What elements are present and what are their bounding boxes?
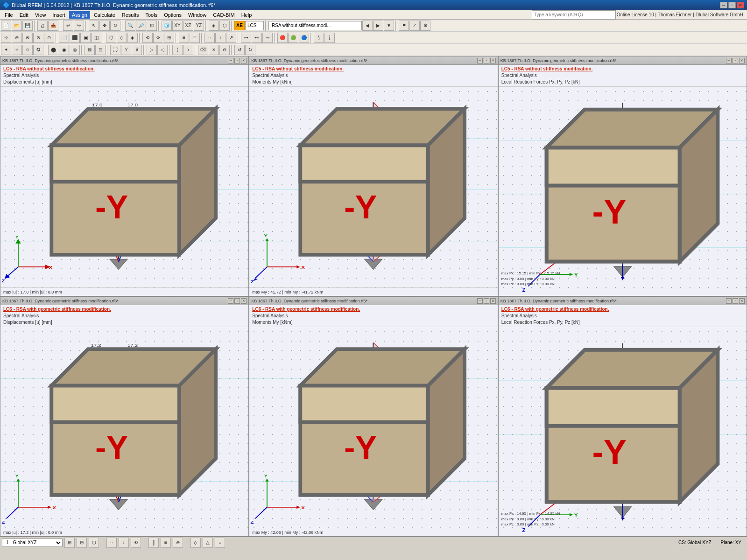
tb2-btn17[interactable]: ≣ (190, 33, 200, 43)
tb3-btn4[interactable]: ✪ (33, 45, 43, 55)
tb2-btn24[interactable]: 🔴 (277, 33, 288, 43)
restore-button[interactable]: ▫ (728, 2, 736, 8)
tb3-btn10[interactable]: ⛶ (110, 45, 120, 55)
panel-2-close[interactable]: ✕ (490, 58, 496, 63)
tb3-btn6[interactable]: ◉ (59, 45, 69, 55)
panel-5-viewport[interactable]: -Y -42.06 -0.x X Y Z (249, 327, 497, 528)
panel-4-minimize[interactable]: ─ (228, 298, 233, 304)
panel-6-controls[interactable]: ─ ▫ ✕ (726, 298, 745, 304)
status-tb4[interactable]: ↔ (106, 538, 117, 548)
title-bar-controls[interactable]: ─ ▫ ✕ (720, 2, 744, 8)
status-tb8[interactable]: ≡ (161, 538, 171, 548)
tb2-btn21[interactable]: ⊶ (241, 33, 251, 43)
move-button[interactable]: ✥ (99, 21, 110, 31)
panel-1-viewport[interactable]: -Y 17.0 17.0 X (0, 87, 248, 287)
panel-2-viewport[interactable]: -Y -41.72 16.72 (249, 87, 497, 287)
tb2-btn14[interactable]: ⟳ (153, 33, 163, 43)
tb2-btn5[interactable]: ⊙ (44, 33, 54, 43)
panel-2-controls[interactable]: ─ ▫ ✕ (477, 58, 496, 63)
tb2-btn8[interactable]: ▣ (80, 33, 91, 43)
menu-file[interactable]: File (2, 11, 16, 19)
status-tb6[interactable]: ⟲ (131, 538, 141, 548)
tb2-btn1[interactable]: ⊹ (1, 33, 11, 43)
tb2-btn23[interactable]: ⊸ (262, 33, 273, 43)
tb3-btn14[interactable]: ◁ (157, 45, 168, 55)
menu-window[interactable]: Window (185, 11, 209, 19)
tb2-btn3[interactable]: ⊗ (22, 33, 33, 43)
lcs-combo[interactable]: LCS (245, 21, 264, 30)
tb2-btn26[interactable]: 🔵 (299, 33, 309, 43)
cs-combo[interactable]: 1 - Global XYZ (2, 539, 63, 547)
tb2-btn16[interactable]: ≡ (179, 33, 189, 43)
zoom-out-button[interactable]: 🔎 (136, 21, 146, 31)
tb2-btn7[interactable]: ⬛ (70, 33, 80, 43)
tb3-btn16[interactable]: ⟩ (183, 45, 193, 55)
close-button[interactable]: ✕ (737, 2, 744, 8)
status-tb1[interactable]: ⊞ (64, 538, 75, 548)
tb2-btn27[interactable]: ⟆ (314, 33, 324, 43)
select-button[interactable]: ↖ (89, 21, 99, 31)
panel-5-minimize[interactable]: ─ (477, 298, 483, 304)
panel-3-restore[interactable]: ▫ (733, 58, 738, 63)
panel-5-controls[interactable]: ─ ▫ ✕ (477, 298, 496, 304)
panel-4-controls[interactable]: ─ ▫ ✕ (228, 298, 247, 304)
ae-button[interactable]: AE (234, 21, 245, 30)
check-button[interactable]: ✓ (409, 21, 420, 31)
panel-1-restore[interactable]: ▫ (234, 58, 240, 63)
tb3-btn18[interactable]: ✕ (209, 45, 219, 55)
rotate-button[interactable]: ↻ (110, 21, 120, 31)
panel-4-restore[interactable]: ▫ (234, 298, 240, 304)
print-button[interactable]: 🖨 (37, 21, 48, 31)
panel-1-minimize[interactable]: ─ (228, 58, 233, 63)
flag-button[interactable]: ⚑ (399, 21, 409, 31)
panel-4-close[interactable]: ✕ (241, 298, 247, 304)
tb2-btn18[interactable]: ↔ (204, 33, 215, 43)
tb3-btn2[interactable]: ✧ (12, 45, 22, 55)
redo-button[interactable]: ↪ (74, 21, 84, 31)
tb3-btn17[interactable]: ⌫ (198, 45, 208, 55)
menu-view[interactable]: View (32, 11, 49, 19)
status-tb12[interactable]: ○ (215, 538, 225, 548)
panel-3-controls[interactable]: ─ ▫ ✕ (726, 58, 745, 63)
tb3-btn11[interactable]: ⊻ (121, 45, 131, 55)
tb3-btn20[interactable]: ↺ (234, 45, 245, 55)
open-button[interactable]: 📂 (12, 21, 22, 31)
panel-4-viewport[interactable]: -Y 17.2 17.2 X Y Z (0, 327, 248, 528)
tb2-btn15[interactable]: ⊞ (164, 33, 174, 43)
tb3-btn8[interactable]: ⊠ (85, 45, 95, 55)
tb2-btn2[interactable]: ⊕ (12, 33, 22, 43)
tb3-btn12[interactable]: ⊼ (132, 45, 142, 55)
export-button[interactable]: 📤 (48, 21, 58, 31)
panel-2-restore[interactable]: ▫ (484, 58, 489, 63)
view-xz-button[interactable]: XZ (183, 21, 193, 31)
fit-button[interactable]: ⊡ (147, 21, 157, 31)
view-xy-button[interactable]: XY (172, 21, 183, 31)
tb3-btn9[interactable]: ⊡ (95, 45, 106, 55)
view-yz-button[interactable]: YZ (194, 21, 204, 31)
undo-button[interactable]: ↩ (63, 21, 73, 31)
menu-options[interactable]: Options (161, 11, 184, 19)
search-input[interactable] (532, 10, 616, 20)
status-tb11[interactable]: △ (203, 538, 213, 548)
tb3-btn21[interactable]: ↻ (245, 45, 255, 55)
tb3-btn13[interactable]: ▷ (147, 45, 157, 55)
status-tb5[interactable]: ↕ (119, 538, 129, 548)
tb2-btn12[interactable]: ◈ (127, 33, 138, 43)
tb2-btn22[interactable]: ⊷ (252, 33, 262, 43)
tb2-btn25[interactable]: 🟢 (288, 33, 298, 43)
panel-3-minimize[interactable]: ─ (726, 58, 732, 63)
menu-tools[interactable]: Tools (142, 11, 160, 19)
menu-edit[interactable]: Edit (17, 11, 31, 19)
tb2-btn10[interactable]: ⬡ (106, 33, 116, 43)
panel-6-restore[interactable]: ▫ (733, 298, 738, 304)
panel-3-close[interactable]: ✕ (739, 58, 745, 63)
menu-insert[interactable]: Insert (49, 11, 68, 19)
tb2-btn9[interactable]: ◫ (91, 33, 101, 43)
panel-1-controls[interactable]: ─ ▫ ✕ (228, 58, 247, 63)
zoom-in-button[interactable]: 🔍 (125, 21, 135, 31)
tb2-btn6[interactable]: ⬜ (59, 33, 69, 43)
panel-6-minimize[interactable]: ─ (726, 298, 732, 304)
status-tb7[interactable]: ║ (148, 538, 159, 548)
tb3-btn1[interactable]: ✦ (1, 45, 11, 55)
status-tb9[interactable]: ⊕ (173, 538, 183, 548)
